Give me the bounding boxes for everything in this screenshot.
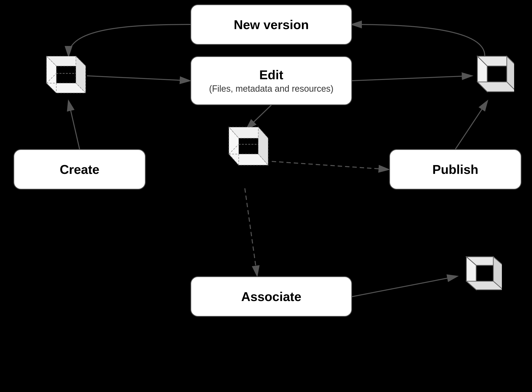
published-cube-right	[465, 54, 514, 103]
published-cube-associate	[455, 254, 502, 300]
associate-label: Associate	[241, 289, 301, 304]
new-version-label: New version	[234, 17, 309, 32]
arrow-centercube-to-publish	[272, 161, 388, 169]
arrow-create-to-draftleft	[69, 101, 80, 149]
publish-box: Publish	[389, 149, 521, 190]
create-box: Create	[13, 149, 146, 190]
arrow-centercube-to-associate	[245, 188, 257, 275]
draft-cube-left	[32, 54, 86, 103]
edit-subtitle: (Files, metadata and resources)	[209, 84, 333, 94]
associate-box: Associate	[190, 276, 352, 317]
edit-label: Edit	[259, 67, 283, 82]
new-version-box: New version	[190, 4, 352, 45]
arrow-associate-to-publishedcube	[352, 276, 457, 297]
arrow-edit-to-publishedright	[352, 76, 472, 81]
diagram-container: New version Edit (Files, metadata and re…	[0, 0, 532, 392]
draft-cube-center	[213, 125, 269, 179]
edit-box: Edit (Files, metadata and resources)	[190, 56, 352, 105]
arrow-publish-to-publishedright	[455, 101, 487, 149]
publish-label: Publish	[432, 162, 478, 177]
create-label: Create	[60, 162, 99, 177]
arrow-newversion-to-draftleft	[69, 24, 190, 56]
arrow-draftleft-to-edit	[87, 76, 189, 81]
svg-marker-14	[477, 82, 514, 92]
arrow-publishedright-to-newversion	[352, 24, 485, 56]
